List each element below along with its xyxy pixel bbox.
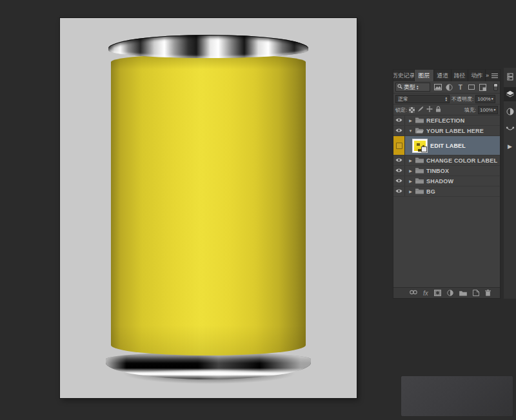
can-top-rim	[108, 35, 308, 58]
open-folder-icon	[415, 127, 424, 135]
document-canvas[interactable]	[60, 18, 357, 398]
paths-anchor-dock-icon[interactable]	[504, 122, 516, 136]
chevron-right-icon[interactable]: ▶	[408, 158, 413, 163]
filter-smart-object-icon[interactable]	[479, 83, 488, 91]
layer-list: ▶ REFLECTION ▼ YOUR LABEL HERE	[393, 115, 500, 287]
tab-channels[interactable]: 通道	[434, 70, 452, 81]
folder-icon	[415, 117, 424, 125]
photoshop-workspace: 历史记录 图层 通道 路径 动作 » 类型 ▴▾	[0, 0, 516, 420]
filter-kind-label: 类型	[404, 83, 415, 92]
collapse-panels-icon[interactable]: »	[486, 73, 489, 79]
lock-all-icon[interactable]	[435, 106, 441, 114]
visibility-toggle[interactable]	[393, 126, 405, 135]
tab-layers[interactable]: 图层	[415, 70, 435, 81]
layer-row-tinbox[interactable]: ▶ TINBOX	[393, 166, 500, 176]
chevron-right-icon[interactable]: ▶	[408, 179, 413, 183]
lock-transparency-icon[interactable]	[409, 107, 415, 113]
filtering-toggle-icon[interactable]	[493, 83, 498, 91]
eye-icon	[395, 188, 402, 195]
visibility-toggle[interactable]	[393, 186, 405, 196]
layer-row-reflection[interactable]: ▶ REFLECTION	[393, 115, 500, 126]
blend-mode-select[interactable]: 正常 ▴▾	[395, 95, 450, 103]
mini-panels-icon[interactable]	[504, 70, 516, 84]
eye-icon	[395, 168, 402, 174]
layer-style-fx-icon[interactable]: fx	[423, 290, 428, 297]
visibility-toggle[interactable]	[393, 166, 405, 175]
layer-row-your-label-here[interactable]: ▼ YOUR LABEL HERE	[393, 126, 500, 136]
panel-menu-icon[interactable]	[491, 74, 498, 78]
chevron-right-icon[interactable]: ▶	[408, 168, 413, 173]
blend-mode-row: 正常 ▴▾ 不透明度: 100% ▼	[393, 94, 500, 105]
fill-value: 100%	[480, 107, 493, 113]
new-adjustment-layer-icon[interactable]	[447, 290, 453, 296]
folder-icon	[415, 188, 424, 195]
layer-name: YOUR LABEL HERE	[426, 128, 484, 134]
filter-pixel-layers-icon[interactable]	[433, 83, 442, 91]
layer-row-edit-label[interactable]: EDIT LABEL	[393, 136, 500, 155]
chevron-right-icon[interactable]: ▶	[408, 118, 413, 123]
lock-pixels-brush-icon[interactable]	[417, 106, 424, 114]
eye-icon	[395, 178, 402, 185]
layers-panel: 历史记录 图层 通道 路径 动作 » 类型 ▴▾	[393, 69, 501, 299]
bottom-right-panel	[401, 376, 513, 416]
fill-label: 填充:	[464, 106, 476, 114]
tab-history[interactable]: 历史记录	[393, 70, 415, 81]
layer-filter-row: 类型 ▴▾ T	[393, 81, 500, 94]
chevron-down-icon: ▼	[493, 108, 496, 112]
fill-input[interactable]: 100% ▼	[478, 106, 498, 114]
blend-mode-value: 正常	[398, 95, 408, 103]
layer-row-shadow[interactable]: ▶ SHADOW	[393, 176, 500, 186]
layer-name: CHANGE COLOR LABEL	[426, 157, 497, 164]
folder-icon	[415, 177, 424, 185]
folder-icon	[415, 157, 424, 165]
actions-play-dock-icon[interactable]: ▶	[504, 139, 516, 154]
layer-name: BG	[426, 188, 435, 195]
layer-name: SHADOW	[426, 178, 453, 185]
layer-list-empty-area	[393, 197, 500, 287]
add-layer-mask-icon[interactable]	[434, 290, 441, 296]
chevron-down-icon[interactable]: ▼	[408, 129, 413, 133]
tab-paths[interactable]: 路径	[452, 70, 469, 81]
lock-row: 锁定: 填充: 100% ▼	[393, 105, 500, 115]
new-layer-icon[interactable]	[473, 290, 479, 296]
new-group-icon[interactable]	[459, 290, 467, 296]
updown-arrows-icon: ▴▾	[445, 96, 447, 101]
filter-type-layers-icon[interactable]: T	[456, 83, 464, 91]
search-icon	[397, 84, 402, 90]
layer-row-bg[interactable]: ▶ BG	[393, 186, 500, 197]
eye-icon	[395, 117, 402, 124]
delete-layer-trash-icon[interactable]	[485, 290, 491, 296]
layers-panel-dock-icon[interactable]	[504, 87, 516, 101]
visibility-toggle[interactable]	[393, 176, 405, 186]
eye-icon	[395, 157, 402, 164]
panel-icon-dock: ▶	[504, 68, 516, 299]
chevron-right-icon[interactable]: ▶	[408, 189, 413, 194]
layer-name: TINBOX	[426, 168, 449, 174]
filter-adjustment-layers-icon[interactable]	[445, 83, 453, 91]
layer-name: EDIT LABEL	[430, 143, 466, 149]
chevron-down-icon: ▼	[491, 97, 494, 101]
visibility-toggle-yellow-label[interactable]	[393, 136, 405, 155]
adjustments-panel-dock-icon[interactable]	[504, 105, 516, 119]
visibility-toggle[interactable]	[393, 115, 405, 125]
link-layers-icon[interactable]	[410, 290, 417, 296]
opacity-input[interactable]: 100% ▼	[475, 95, 495, 103]
filter-kind-select[interactable]: 类型 ▴▾	[395, 83, 430, 92]
lock-position-icon[interactable]	[426, 106, 433, 114]
eye-checkbox-icon	[396, 143, 402, 149]
layers-panel-footer: fx	[393, 287, 500, 298]
panel-tab-bar: 历史记录 图层 通道 路径 动作 »	[393, 70, 500, 81]
filter-shape-layers-icon[interactable]	[468, 83, 476, 91]
tab-actions[interactable]: 动作	[468, 70, 486, 81]
layer-name: REFLECTION	[426, 117, 465, 124]
smart-object-badge-icon	[421, 146, 427, 152]
can-yellow-label	[111, 54, 306, 355]
folder-icon	[415, 167, 424, 175]
layer-thumbnail[interactable]	[412, 139, 428, 153]
layer-row-change-color-label[interactable]: ▶ CHANGE COLOR LABEL	[393, 155, 500, 166]
eye-icon	[395, 128, 402, 134]
lock-label: 锁定:	[395, 106, 407, 114]
updown-arrows-icon: ▴▾	[417, 85, 419, 90]
opacity-value: 100%	[477, 96, 490, 102]
visibility-toggle[interactable]	[393, 155, 405, 165]
